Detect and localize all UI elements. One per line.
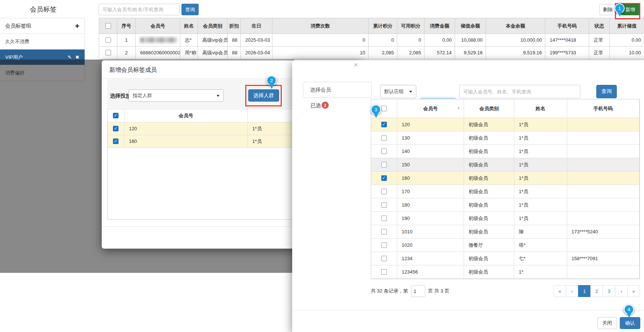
sidebar-item-label: 久久不消费: [5, 38, 29, 45]
category-cell: 初级会员: [464, 252, 514, 265]
add-group-icon[interactable]: +: [75, 22, 79, 30]
member-row: 1志*高级vip会员882025-03-030000.0010,088.0010…: [99, 34, 644, 47]
row-checkbox[interactable]: [113, 126, 119, 131]
row-checkbox[interactable]: [381, 189, 387, 194]
select-all-checkbox[interactable]: [381, 106, 387, 111]
checkbox-cell: [371, 265, 397, 279]
row-checkbox[interactable]: [381, 162, 387, 167]
member-no-cell: 120: [397, 118, 464, 131]
select-all-checkbox[interactable]: [105, 23, 111, 29]
sidebar-group-header: 会员标签组 +: [0, 18, 85, 34]
header-cell: 可用积分: [397, 18, 424, 34]
member-picker-table: 会员号▲▼会员类别姓名手机号码120初级会员1*员130初级会员1*员140初级…: [371, 99, 640, 279]
header-cell: 生日: [241, 18, 272, 34]
category-cell: 初级会员: [464, 131, 514, 145]
name-cell: 1*员: [514, 212, 567, 225]
name-cell: 1*员: [514, 145, 567, 158]
phone-cell: [567, 212, 640, 225]
delete-button[interactable]: 删除: [599, 4, 616, 15]
close-icon[interactable]: ×: [354, 61, 358, 68]
header-cell: 序号: [117, 18, 136, 34]
select-audience-button[interactable]: 选择人群: [248, 89, 279, 102]
edit-icon[interactable]: ✎: [67, 54, 72, 60]
cell: 10: [272, 47, 369, 59]
select-member-modal: × 选择会员 已选 2 默认店组 全部 查询 会员号▲▼会员类别姓名手机号码12…: [292, 60, 644, 332]
annotation-pin-2: 2: [266, 76, 277, 86]
row-checkbox[interactable]: [381, 149, 387, 154]
row-checkbox[interactable]: [381, 202, 387, 208]
name-cell: 1*员: [514, 185, 567, 198]
member-search-input[interactable]: [98, 4, 180, 15]
sidebar-item-jiujiubuxiaofei[interactable]: 久久不消费: [0, 34, 85, 50]
header-cell: 折扣: [228, 18, 241, 34]
next-page-button[interactable]: ›: [615, 285, 628, 297]
row-checkbox[interactable]: [105, 37, 111, 43]
phone-cell: [567, 172, 640, 185]
close-button[interactable]: 关闭: [597, 317, 617, 329]
select-all-checkbox[interactable]: [113, 113, 119, 118]
cell: 199****5733: [545, 47, 589, 59]
row-checkbox[interactable]: [381, 256, 387, 261]
search-button[interactable]: 查询: [181, 4, 199, 15]
row-checkbox[interactable]: [381, 216, 387, 221]
phone-cell: [567, 239, 640, 252]
store-group-select[interactable]: 默认店组: [380, 85, 416, 98]
checkbox-cell: [371, 212, 397, 225]
audience-select[interactable]: 指定人群: [129, 89, 224, 102]
phone-cell: [567, 198, 640, 212]
member-no-cell: 190: [397, 212, 464, 225]
member-table: 序号会员号姓名会员类别折扣生日消费次数累计积分可用积分消费金额储值余额本金余额手…: [99, 18, 644, 59]
row-checkbox[interactable]: [381, 135, 387, 141]
checkbox-cell: [371, 225, 397, 239]
category-cell: 初级会员: [464, 265, 514, 279]
picker-member-row: 160初级会员1*员: [371, 172, 640, 185]
row-checkbox[interactable]: [381, 229, 387, 234]
row-checkbox[interactable]: [381, 269, 387, 275]
cell: 用*称: [180, 47, 198, 59]
audience-select-value: 指定人群: [133, 92, 152, 99]
member-no-cell: 140: [397, 145, 464, 158]
filter-search-button[interactable]: 查询: [596, 85, 617, 98]
page-button-1[interactable]: 1: [578, 285, 591, 297]
selected-count-label: 已选: [310, 102, 321, 109]
page-number-input[interactable]: [411, 285, 425, 297]
cell: 10,088.00: [455, 34, 486, 47]
header-cell: 状态: [589, 18, 610, 34]
member-picker-header: 会员号▲▼会员类别姓名手机号码: [371, 99, 640, 118]
page-button-3[interactable]: 3: [603, 285, 615, 297]
row-checkbox[interactable]: [381, 242, 387, 248]
member-table-header: 序号会员号姓名会员类别折扣生日消费次数累计积分可用积分消费金额储值余额本金余额手…: [99, 18, 644, 34]
category-cell: 微餐厅: [464, 239, 514, 252]
header-cell: 会员号: [136, 18, 180, 34]
last-page-button[interactable]: »: [627, 285, 640, 297]
cell: 2: [117, 47, 136, 59]
cell: 0.00: [424, 34, 455, 47]
row-checkbox[interactable]: [381, 122, 387, 127]
cell: 2025-03-03: [241, 34, 272, 47]
cell: 志*: [180, 34, 198, 47]
tab-select-member[interactable]: 选择会员: [303, 82, 372, 98]
phone-cell: [567, 131, 640, 145]
member-no-cell: 1234: [397, 252, 464, 265]
first-page-button[interactable]: «: [553, 285, 566, 297]
cell: 2026-03-04: [241, 47, 272, 59]
row-checkbox[interactable]: [113, 138, 119, 144]
page-button-2[interactable]: 2: [590, 285, 603, 297]
cell: 2,085: [397, 47, 424, 59]
row-checkbox[interactable]: [105, 50, 111, 55]
member-filter-input[interactable]: [459, 85, 580, 98]
sort-icon[interactable]: ▲▼: [457, 107, 460, 111]
phone-cell: [567, 265, 640, 279]
picker-member-row: 150初级会员1*员: [371, 158, 640, 172]
member-no-cell: 120: [124, 122, 248, 135]
category-cell: 初级会员: [464, 158, 514, 172]
category-cell: 初级会员: [464, 118, 514, 131]
prev-page-button[interactable]: ‹: [566, 285, 578, 297]
row-checkbox[interactable]: [381, 175, 387, 181]
cell: 10.00: [610, 47, 644, 59]
confirm-button[interactable]: 确认: [620, 317, 640, 329]
store-group-value: 默认店组: [384, 88, 404, 95]
delete-icon[interactable]: ✖: [75, 54, 79, 60]
modal-title: 新增会员标签成员: [109, 66, 157, 74]
member-no-cell: 1020: [397, 239, 464, 252]
